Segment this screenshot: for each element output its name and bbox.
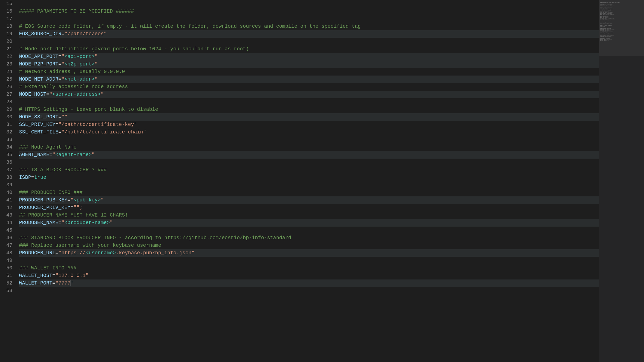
- code-line: PRODUSER_NAME="<producer-name>": [19, 219, 599, 227]
- line-number: 44: [2, 219, 12, 227]
- code-line: AGENT_NAME="<agent-name>": [19, 151, 599, 159]
- code-line: NODE_P2P_PORT="<p2p-port>": [19, 60, 599, 68]
- minimap[interactable]: ##### PARAMETERS TO BE MODIFIED ###### #…: [599, 0, 644, 362]
- code-line: # Node port definitions (avoid ports bel…: [19, 45, 599, 53]
- code-line: [19, 98, 599, 106]
- code-line: ### IS A BLOCK PRODUCER ? ###: [19, 166, 599, 174]
- code-line: ISBP=true: [19, 174, 599, 181]
- line-number: 49: [2, 257, 12, 264]
- line-number: 28: [2, 98, 12, 106]
- line-number: 36: [2, 159, 12, 166]
- code-line: PRODUCER_URL="https://<username>.keybase…: [19, 249, 599, 257]
- line-number: 42: [2, 204, 12, 211]
- line-number: 40: [2, 189, 12, 196]
- line-number: 27: [2, 91, 12, 98]
- line-number: 47: [2, 242, 12, 249]
- code-content: ##### PARAMETERS TO BE MODIFIED ###### #…: [17, 0, 599, 362]
- code-line: WALLET_HOST="127.0.0.1": [19, 272, 599, 279]
- line-number: 48: [2, 249, 12, 257]
- code-line: # Network address , usually 0.0.0.0: [19, 68, 599, 76]
- line-number: 29: [2, 106, 12, 113]
- line-number: 45: [2, 227, 12, 234]
- main-editor[interactable]: 1516171819202122232425262728293031323334…: [0, 0, 599, 362]
- code-line: # EOS Source code folder, if empty - it …: [19, 23, 599, 30]
- line-number: 33: [2, 136, 12, 144]
- line-number: 21: [2, 45, 12, 53]
- line-number: 41: [2, 196, 12, 204]
- code-line: [19, 136, 599, 144]
- line-number: 51: [2, 272, 12, 279]
- line-number: 50: [2, 264, 12, 272]
- line-number: 19: [2, 30, 12, 38]
- editor-container: 1516171819202122232425262728293031323334…: [0, 0, 644, 362]
- code-line: ## PRODUCER NAME MUST HAVE 12 CHARS!: [19, 211, 599, 219]
- code-line: NODE_SSL_PORT="": [19, 113, 599, 121]
- code-line: # Externally accessible node address: [19, 83, 599, 91]
- line-number: 24: [2, 68, 12, 76]
- line-number: 34: [2, 144, 12, 151]
- code-line: ### PRODUCER INFO ###: [19, 189, 599, 196]
- line-number: 30: [2, 113, 12, 121]
- code-line: ### Replace username with your keybase u…: [19, 242, 599, 249]
- line-number: 22: [2, 53, 12, 60]
- code-line: NODE_API_PORT="<api-port>": [19, 53, 599, 60]
- line-number: 43: [2, 211, 12, 219]
- code-line: [19, 257, 599, 264]
- code-line: PRODUCER_PUB_KEY="<pub-key>": [19, 196, 599, 204]
- code-line: WALLET_PORT="7777": [19, 279, 599, 287]
- code-line: SSL_PRIV_KEY="/path/to/certificate-key": [19, 121, 599, 128]
- line-number: 17: [2, 15, 12, 23]
- code-line: NODE_HOST="<server-address>": [19, 91, 599, 98]
- line-number: 46: [2, 234, 12, 242]
- line-number: 20: [2, 38, 12, 45]
- code-line: ### Node Agent Name: [19, 144, 599, 151]
- code-line: [19, 0, 599, 8]
- code-line: ##### PARAMETERS TO BE MODIFIED ######: [19, 8, 599, 15]
- text-cursor: [71, 280, 71, 286]
- code-line: [19, 159, 599, 166]
- code-line: NODE_NET_ADDR="<net-addr>": [19, 76, 599, 83]
- line-number: 15: [2, 0, 12, 8]
- code-line: [19, 15, 599, 23]
- code-line: SSL_CERT_FILE="/path/to/certificate-chai…: [19, 128, 599, 136]
- line-number: 37: [2, 166, 12, 174]
- code-area: 1516171819202122232425262728293031323334…: [0, 0, 599, 362]
- code-line: # HTTPS Settings - Leave port blank to d…: [19, 106, 599, 113]
- line-number: 23: [2, 60, 12, 68]
- code-line: ### STANDARD BLOCK PRODUCER INFO - accor…: [19, 234, 599, 242]
- code-line: [19, 38, 599, 45]
- line-number: 52: [2, 279, 12, 287]
- code-line: ### WALLET INFO ###: [19, 264, 599, 272]
- line-number: 16: [2, 8, 12, 15]
- line-number: 39: [2, 181, 12, 189]
- line-number: 18: [2, 23, 12, 30]
- line-number: 35: [2, 151, 12, 159]
- line-number: 32: [2, 128, 12, 136]
- code-line: [19, 287, 599, 295]
- line-number: 53: [2, 287, 12, 295]
- minimap-viewport: [599, 0, 644, 56]
- code-line: [19, 227, 599, 234]
- code-line: EOS_SOURCE_DIR="/path/to/eos": [19, 30, 599, 38]
- line-number: 31: [2, 121, 12, 128]
- line-number: 26: [2, 83, 12, 91]
- code-line: PRODUCER_PRIV_KEY="";: [19, 204, 599, 211]
- code-line: [19, 181, 599, 189]
- line-number: 38: [2, 174, 12, 181]
- line-numbers: 1516171819202122232425262728293031323334…: [0, 0, 17, 362]
- line-number: 25: [2, 76, 12, 83]
